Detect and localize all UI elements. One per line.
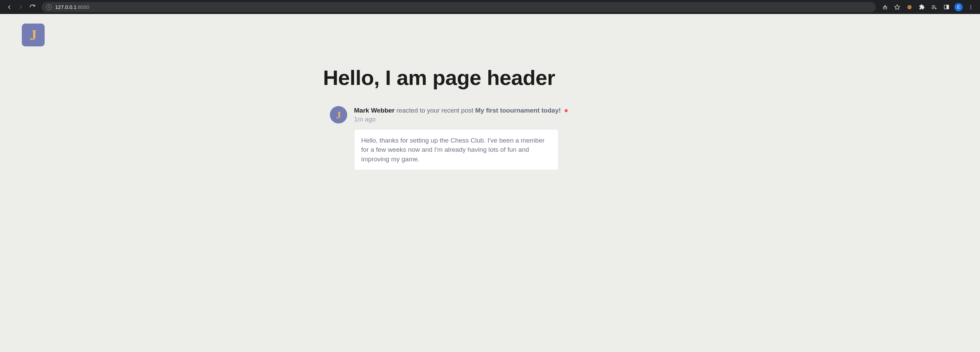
page-body: J Hello, I am page header J Mark Webber …: [0, 14, 980, 180]
page-title: Hello, I am page header: [323, 66, 657, 90]
extension-cookie-icon[interactable]: [904, 2, 915, 12]
svg-point-2: [907, 5, 912, 9]
extensions-puzzle-icon[interactable]: [916, 2, 927, 12]
media-controls-icon[interactable]: [929, 2, 939, 12]
svg-point-6: [908, 7, 909, 8]
svg-point-14: [970, 8, 971, 9]
address-bar[interactable]: i 127.0.0.1:8000: [41, 2, 876, 12]
svg-point-4: [910, 6, 910, 6]
url-port: :8000: [77, 4, 90, 10]
url-host: 127.0.0.1: [55, 4, 77, 10]
url-text: 127.0.0.1:8000: [55, 4, 89, 10]
toolbar-right: E: [880, 2, 976, 12]
svg-point-3: [908, 6, 909, 7]
svg-point-5: [910, 7, 910, 8]
browser-toolbar: i 127.0.0.1:8000 E: [0, 0, 980, 14]
notification-action: reacted to your recent post: [396, 107, 475, 114]
svg-point-12: [970, 5, 971, 6]
forward-button[interactable]: [16, 2, 26, 12]
notification-message[interactable]: Hello, thanks for setting up the Chess C…: [354, 129, 558, 171]
svg-marker-1: [895, 5, 900, 9]
notification-avatar-letter: J: [336, 109, 341, 121]
notification-body: Mark Webber reacted to your recent post …: [354, 106, 657, 170]
notification-timestamp: 1m ago: [354, 116, 657, 123]
kebab-menu-icon[interactable]: [966, 2, 976, 12]
reload-button[interactable]: [27, 2, 38, 12]
profile-avatar[interactable]: E: [953, 2, 964, 12]
bookmark-star-icon[interactable]: [892, 2, 902, 12]
site-logo[interactable]: J: [22, 24, 45, 46]
notification-item: J Mark Webber reacted to your recent pos…: [323, 106, 657, 170]
main-content: Hello, I am page header J Mark Webber re…: [323, 66, 657, 170]
site-info-icon[interactable]: i: [46, 5, 52, 10]
svg-rect-11: [947, 5, 949, 9]
back-button[interactable]: [4, 2, 14, 12]
site-logo-letter: J: [30, 27, 37, 43]
svg-point-13: [970, 6, 971, 7]
notification-avatar[interactable]: J: [330, 106, 347, 123]
notification-post-link[interactable]: My first toournament today!: [475, 107, 561, 114]
side-panel-icon[interactable]: [941, 2, 951, 12]
notification-username[interactable]: Mark Webber: [354, 107, 395, 114]
profile-badge-letter: E: [955, 3, 963, 11]
share-icon[interactable]: [880, 2, 890, 12]
notification-text: Mark Webber reacted to your recent post …: [354, 106, 657, 115]
unread-dot-icon: [565, 109, 568, 112]
